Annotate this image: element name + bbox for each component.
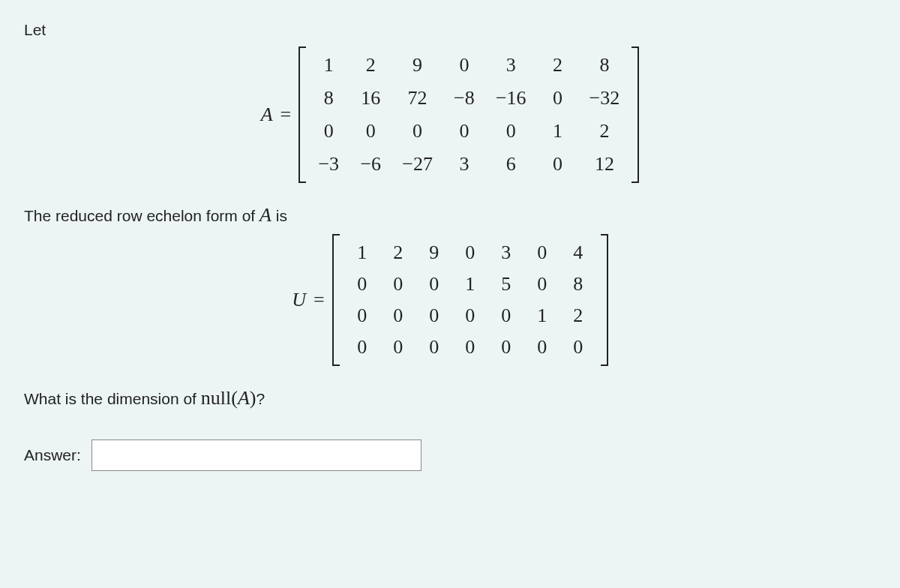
answer-label: Answer:: [24, 446, 81, 464]
intro-text: Let: [24, 21, 876, 39]
matrix-cell: 3: [496, 54, 526, 76]
matrix-cell: 1: [532, 304, 553, 327]
matrix-cell: 0: [454, 54, 475, 76]
matrix-cell: 0: [568, 336, 589, 358]
right-bracket-icon: [632, 46, 639, 183]
matrix-cell: 9: [402, 54, 433, 76]
matrix-cell: 5: [496, 273, 517, 296]
matrix-a-label: A: [261, 104, 273, 126]
matrix-cell: −3: [318, 153, 339, 176]
question-a: A: [238, 387, 250, 409]
matrix-cell: 0: [496, 120, 526, 142]
rref-text-a: A: [260, 204, 272, 226]
equals-sign: =: [314, 289, 325, 311]
matrix-cell: 2: [360, 54, 381, 76]
paren-open: (: [231, 387, 238, 409]
matrix-u-grid: 1 2 9 0 3 0 4 0 0 0 1 5 0 8 0 0 0 0 0 1 …: [347, 234, 593, 366]
matrix-cell: 1: [318, 54, 339, 76]
matrix-cell: 0: [388, 304, 409, 327]
matrix-cell: 0: [496, 336, 517, 358]
matrix-cell: 2: [388, 242, 409, 264]
matrix-cell: −8: [454, 87, 475, 110]
matrix-cell: 0: [454, 120, 475, 142]
matrix-cell: 0: [424, 273, 445, 296]
matrix-cell: 3: [496, 242, 517, 264]
matrix-cell: 1: [352, 242, 373, 264]
matrix-cell: 0: [532, 273, 553, 296]
matrix-cell: 0: [352, 336, 373, 358]
matrix-cell: −27: [402, 153, 433, 176]
matrix-cell: 6: [496, 153, 526, 176]
matrix-cell: 2: [548, 54, 568, 76]
matrix-cell: 0: [460, 336, 481, 358]
matrix-cell: 1: [460, 273, 481, 296]
equals-sign: =: [280, 104, 292, 126]
matrix-cell: 12: [590, 153, 620, 176]
answer-input[interactable]: [92, 440, 422, 471]
matrix-cell: 8: [568, 273, 589, 296]
matrix-cell: 9: [424, 242, 445, 264]
matrix-u-label: U: [292, 289, 306, 311]
matrix-cell: 8: [590, 54, 620, 76]
matrix-cell: 0: [388, 336, 409, 358]
matrix-a-equation: A = 1 2 9 0 3 2 8 8 16 72 −8 −16 0 −32 0…: [24, 46, 876, 183]
matrix-cell: 0: [460, 304, 481, 327]
matrix-cell: 0: [424, 304, 445, 327]
answer-row: Answer:: [24, 440, 876, 471]
left-bracket-icon: [298, 46, 306, 183]
matrix-cell: 0: [532, 336, 553, 358]
matrix-cell: 0: [548, 87, 568, 110]
question-pre: What is the dimension of: [24, 390, 201, 407]
rref-text: The reduced row echelon form of A is: [24, 204, 876, 226]
matrix-cell: 4: [568, 242, 589, 264]
matrix-cell: −16: [496, 87, 526, 110]
rref-text-post: is: [272, 207, 287, 224]
matrix-cell: 16: [360, 87, 381, 110]
matrix-cell: 0: [532, 242, 553, 264]
question-post: ?: [256, 390, 265, 407]
matrix-cell: 72: [402, 87, 433, 110]
matrix-cell: 2: [590, 120, 620, 142]
matrix-a-grid: 1 2 9 0 3 2 8 8 16 72 −8 −16 0 −32 0 0 0…: [314, 46, 624, 183]
matrix-cell: −32: [590, 87, 620, 110]
matrix-cell: 0: [388, 273, 409, 296]
matrix-cell: 0: [424, 336, 445, 358]
question-null: null: [201, 387, 231, 409]
matrix-cell: 3: [454, 153, 475, 176]
matrix-cell: 0: [548, 153, 568, 176]
matrix-cell: 2: [568, 304, 589, 327]
matrix-cell: 0: [352, 273, 373, 296]
matrix-cell: 0: [496, 304, 517, 327]
matrix-cell: 0: [402, 120, 433, 142]
matrix-cell: 0: [318, 120, 339, 142]
question-text: What is the dimension of null(A)?: [24, 387, 876, 410]
matrix-cell: 1: [548, 120, 568, 142]
matrix-u-equation: U = 1 2 9 0 3 0 4 0 0 0 1 5 0 8 0 0 0 0 …: [24, 234, 876, 366]
matrix-cell: −6: [360, 153, 381, 176]
matrix-cell: 0: [460, 242, 481, 264]
rref-text-pre: The reduced row echelon form of: [24, 207, 260, 224]
left-bracket-icon: [332, 234, 340, 366]
matrix-cell: 0: [352, 304, 373, 327]
matrix-cell: 0: [360, 120, 381, 142]
right-bracket-icon: [601, 234, 608, 366]
matrix-cell: 8: [318, 87, 339, 110]
